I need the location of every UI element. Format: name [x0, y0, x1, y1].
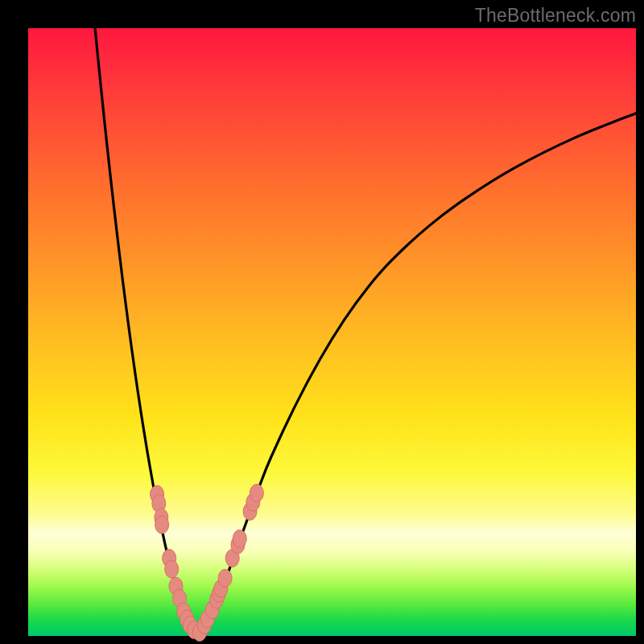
curve-left-branch: [95, 28, 198, 632]
watermark-text: TheBottleneck.com: [475, 5, 636, 27]
chart-svg: [28, 28, 636, 636]
highlighted-point: [218, 569, 232, 587]
curve-right-branch: [198, 114, 636, 633]
highlighted-point: [165, 560, 179, 578]
highlighted-points-group: [151, 485, 264, 642]
chart-frame: TheBottleneck.com: [0, 0, 644, 644]
highlighted-point: [155, 516, 169, 534]
highlighted-point: [250, 485, 263, 502]
highlighted-point: [233, 530, 246, 547]
plot-area: [28, 28, 636, 636]
